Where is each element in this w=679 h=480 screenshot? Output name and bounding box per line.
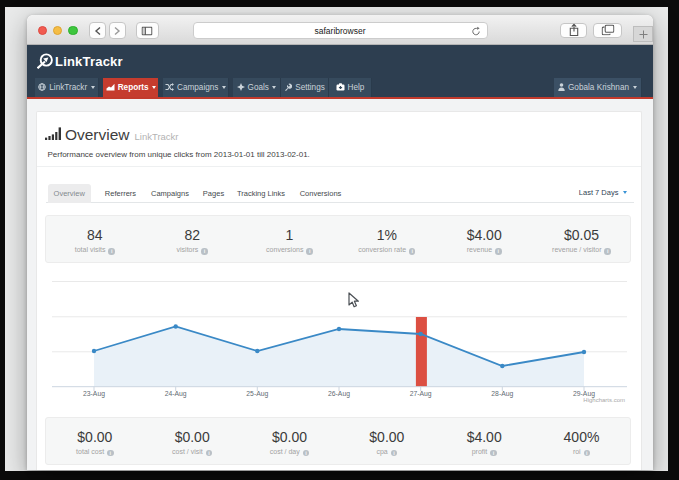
svg-text:25-Aug: 25-Aug <box>246 390 268 398</box>
svg-text:Highcharts.com: Highcharts.com <box>583 397 625 403</box>
svg-text:24-Aug: 24-Aug <box>164 390 186 398</box>
svg-text:23-Aug: 23-Aug <box>83 390 105 398</box>
svg-text:27-Aug: 27-Aug <box>409 390 431 398</box>
svg-text:28-Aug: 28-Aug <box>491 390 513 398</box>
svg-text:26-Aug: 26-Aug <box>328 390 350 398</box>
